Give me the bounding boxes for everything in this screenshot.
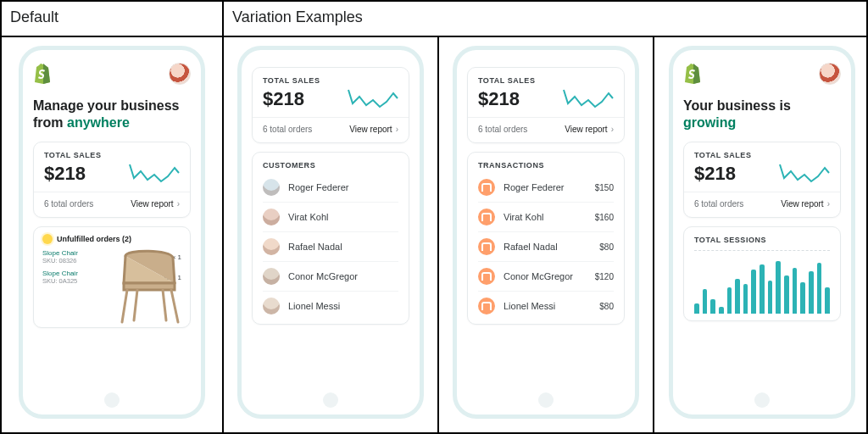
orders-count: 6 total orders [44,199,93,209]
bar [727,287,732,314]
orders-count: 6 total orders [263,125,312,134]
avatar[interactable] [169,63,191,85]
customer-row[interactable]: Rafael Nadal [263,231,398,261]
transaction-amount: $150 [595,183,614,192]
sessions-card: TOTAL SESSIONS [683,226,841,321]
lock-icon [478,209,495,225]
sessions-bar-chart [694,261,830,314]
chevron-right-icon: › [611,125,614,134]
phone-customers: TOTAL SALES $218 6 total orders View rep… [237,46,424,419]
lock-icon [478,268,495,285]
customer-row[interactable]: Lionel Messi [263,291,398,320]
unfulfilled-orders-card: Unfulfilled orders (2) Slope ChairSKU: 0… [33,226,191,328]
transaction-amount: $80 [599,242,614,252]
transaction-amount: $80 [599,302,614,311]
transaction-amount: $120 [595,272,614,281]
bar [809,271,814,314]
sparkline-icon [779,159,830,185]
customer-name: Conor McGregor [288,271,358,281]
avatar-icon [263,209,280,225]
bar [825,287,830,314]
total-sales-value: $218 [44,163,86,185]
sales-card: TOTAL SALES $218 6 total orders View rep… [33,142,191,218]
bar [751,270,756,314]
customer-row[interactable]: Conor McGregor [263,261,398,291]
gridline [694,249,830,254]
sun-icon [42,234,53,244]
transactions-label: TRANSACTIONS [478,161,614,170]
view-report-link[interactable]: View report› [781,199,830,209]
transaction-row[interactable]: Roger Federer$150 [478,173,614,202]
transaction-row[interactable]: Conor McGregor$120 [478,261,614,291]
chevron-right-icon: › [396,125,398,134]
customers-label: CUSTOMERS [263,161,398,170]
total-sales-value: $218 [263,88,304,110]
total-sales-value: $218 [694,163,736,185]
view-report-link[interactable]: View report› [349,125,398,134]
bar [694,303,699,314]
phone-transactions: TOTAL SALES $218 6 total orders View rep… [453,46,639,419]
avatar[interactable] [819,63,841,85]
view-report-link[interactable]: View report› [131,199,180,209]
bar [703,289,708,314]
sales-card: TOTAL SALES $218 6 total orders View rep… [683,142,841,218]
bar [817,263,822,314]
bar [719,307,724,314]
bar [710,299,715,314]
total-sales-label: TOTAL SALES [44,151,180,159]
total-sales-label: TOTAL SALES [694,151,830,159]
transactions-card: TRANSACTIONS Roger Federer$150 Virat Koh… [467,152,625,325]
order-sku: SKU: 0A325 [42,277,78,285]
bar [800,282,805,314]
sparkline-icon [348,85,398,110]
transaction-name: Virat Kohl [504,212,544,222]
view-report-link[interactable]: View report› [565,125,614,134]
chair-image [114,244,186,326]
orders-count: 6 total orders [478,125,527,134]
transaction-row[interactable]: Lionel Messi$80 [478,291,614,320]
sparkline-icon [563,85,614,110]
customer-name: Rafael Nadal [288,242,342,252]
avatar-icon [263,298,280,314]
transaction-row[interactable]: Rafael Nadal$80 [478,231,614,261]
sparkline-icon [129,159,180,185]
customer-name: Lionel Messi [288,301,340,311]
bar [743,284,748,314]
shopify-logo-icon [683,64,702,84]
customer-name: Roger Federer [288,182,349,192]
transaction-row[interactable]: Virat Kohl$160 [478,202,614,231]
headline: Your business is growing [683,97,841,131]
avatar-icon [263,179,280,196]
lock-icon [478,298,495,314]
customer-row[interactable]: Virat Kohl [263,202,398,231]
total-sales-label: TOTAL SALES [263,76,398,85]
customer-name: Virat Kohl [288,212,329,222]
transaction-name: Conor McGregor [504,271,573,281]
bar [784,275,789,314]
bar [735,279,740,314]
chevron-right-icon: › [177,199,180,209]
customer-row[interactable]: Roger Federer [263,173,398,202]
header-default: Default [2,2,224,37]
transaction-name: Lionel Messi [504,301,555,311]
order-name: Slope Chair [42,249,78,257]
headline: Manage your business from anywhere [33,97,191,131]
sessions-label: TOTAL SESSIONS [694,236,830,244]
headline-line1: Manage your business [33,98,180,113]
order-sku: SKU: 08326 [42,257,78,264]
headline-accent: anywhere [67,115,130,130]
customers-card: CUSTOMERS Roger Federer Virat Kohl Rafae… [252,152,409,325]
bar [768,281,773,314]
unfulfilled-label: Unfulfilled orders (2) [57,235,131,243]
headline-line1: Your business is [683,98,791,113]
header-variations: Variation Examples [224,2,868,37]
sales-card: TOTAL SALES $218 6 total orders View rep… [467,67,625,143]
phone-sessions: Your business is growing TOTAL SALES $21… [669,46,855,419]
headline-line2a: from [33,115,67,130]
shopify-logo-icon [33,64,52,84]
bar [793,268,798,314]
lock-icon [478,179,495,196]
chevron-right-icon: › [827,199,830,209]
total-sales-label: TOTAL SALES [478,76,614,85]
orders-count: 6 total orders [694,199,743,209]
